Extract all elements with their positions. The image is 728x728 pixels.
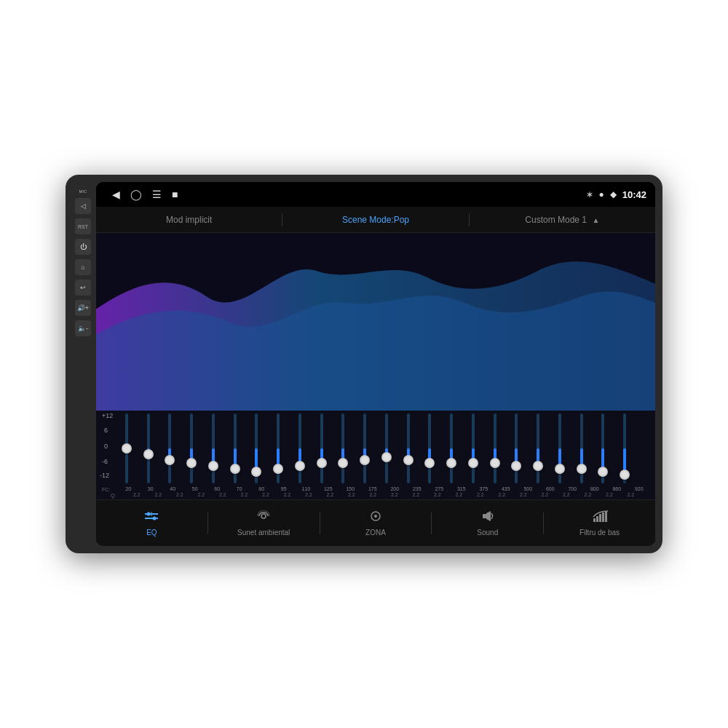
recent-nav-icon[interactable]: ■	[172, 189, 178, 200]
slider-band-20[interactable]	[116, 412, 137, 485]
slider-band-175[interactable]	[355, 412, 375, 485]
freq-label-20: 20	[118, 486, 139, 492]
home-side-button[interactable]: ⌂	[75, 259, 91, 275]
q-label-435: 2.2	[492, 492, 513, 498]
slider-band-315[interactable]	[441, 412, 462, 485]
q-label-110: 2.2	[298, 492, 319, 498]
freq-label-375: 375	[473, 486, 494, 492]
q-label-95: 2.2	[277, 492, 298, 498]
freq-label-70: 70	[229, 486, 250, 492]
return-button[interactable]: ↩	[75, 280, 91, 296]
slider-band-70[interactable]	[225, 412, 245, 485]
ambient-icon	[256, 510, 272, 526]
tab-zona[interactable]: ZONA	[320, 505, 432, 541]
tab-sound[interactable]: Sound	[432, 505, 543, 541]
slider-band-200[interactable]	[376, 412, 397, 485]
sliders-container	[111, 412, 641, 485]
q-label-800: 2.2	[578, 492, 598, 498]
status-bar: ◀ ◯ ☰ ■ ∗ ● ◆ 10:42	[96, 182, 655, 207]
svg-rect-13	[602, 513, 604, 522]
bluetooth-icon: ∗	[586, 189, 593, 199]
tab-ambient[interactable]: Sunet ambiental	[208, 505, 320, 541]
home-nav-icon[interactable]: ◯	[130, 189, 142, 200]
slider-band-235[interactable]	[398, 412, 419, 485]
slider-band-275[interactable]	[420, 412, 440, 485]
custom-mode[interactable]: Custom Mode 1 ▲	[470, 215, 655, 225]
slider-band-500[interactable]	[507, 412, 527, 485]
eq-sliders-section: +12 6 0 -6 -12 FC: 203040506070809511012…	[96, 411, 655, 499]
freq-label-315: 315	[451, 486, 472, 492]
slider-band-125[interactable]	[312, 412, 332, 485]
freq-label-235: 235	[407, 486, 428, 492]
sound-icon	[480, 510, 496, 526]
svg-rect-11	[596, 516, 598, 522]
freq-label-200: 200	[384, 486, 405, 492]
q-label-50: 2.2	[191, 492, 212, 498]
freq-label-110: 110	[296, 486, 317, 492]
q-label-60: 2.2	[213, 492, 233, 498]
q-label-700: 2.2	[556, 492, 577, 498]
slider-band-435[interactable]	[485, 412, 505, 485]
tab-bass[interactable]: Filtru de bas	[544, 505, 655, 541]
db-minus6: -6	[102, 458, 108, 465]
q-label-40: 2.2	[170, 492, 190, 498]
mod-implicit[interactable]: Mod implicit	[96, 215, 282, 225]
vol-down-button[interactable]: 🔈-	[75, 320, 91, 336]
svg-rect-14	[605, 511, 607, 522]
nav-icons: ◀ ◯ ☰ ■	[112, 189, 178, 200]
q-label-30: 2.2	[149, 492, 169, 498]
scene-mode[interactable]: Scene Mode:Pop	[282, 215, 468, 225]
db-6: 6	[104, 427, 108, 434]
back-nav-icon[interactable]: ◀	[112, 189, 120, 200]
zona-icon	[368, 510, 384, 526]
db-minus12: -12	[100, 472, 109, 479]
q-label-920: 2.2	[621, 492, 641, 498]
power-button[interactable]: ⏻	[75, 239, 91, 255]
slider-band-920[interactable]	[614, 412, 635, 485]
eq-icon	[143, 510, 159, 526]
slider-band-40[interactable]	[160, 412, 181, 485]
db-plus12: +12	[102, 412, 113, 419]
tab-sound-label: Sound	[477, 529, 498, 537]
tab-eq[interactable]: EQ	[96, 505, 207, 541]
mode-arrow-icon: ▲	[592, 216, 599, 224]
q-label-175: 2.2	[363, 492, 384, 498]
freq-label-125: 125	[318, 486, 339, 492]
freq-label-700: 700	[562, 486, 583, 492]
slider-band-700[interactable]	[550, 412, 570, 485]
slider-band-800[interactable]	[571, 412, 592, 485]
slider-band-110[interactable]	[290, 412, 310, 485]
q-label-200: 2.2	[384, 492, 405, 498]
status-right: ∗ ● ◆ 10:42	[586, 189, 647, 200]
freq-labels-row: FC: 203040506070809511012515017520023527…	[96, 485, 655, 492]
freq-label-920: 920	[629, 486, 650, 492]
slider-band-60[interactable]	[203, 412, 223, 485]
q-label-275: 2.2	[427, 492, 448, 498]
slider-band-600[interactable]	[528, 412, 548, 485]
slider-band-50[interactable]	[181, 412, 202, 485]
menu-nav-icon[interactable]: ☰	[152, 189, 162, 200]
slider-band-150[interactable]	[333, 412, 354, 485]
side-buttons: MIC ◁ RST ⏻ ⌂ ↩ 🔊+ 🔈-	[73, 182, 96, 546]
freq-label-150: 150	[340, 486, 361, 492]
back-button[interactable]: ◁	[75, 198, 91, 214]
slider-band-30[interactable]	[138, 412, 159, 485]
rst-label-btn: RST	[75, 218, 91, 234]
q-label-125: 2.2	[320, 492, 341, 498]
freq-label-500: 500	[518, 486, 539, 492]
freq-label-435: 435	[496, 486, 517, 492]
tab-zona-label: ZONA	[365, 529, 386, 537]
db-0: 0	[104, 443, 108, 450]
bottom-nav: EQ Sunet ambiental	[96, 499, 655, 546]
mode-bar: Mod implicit Scene Mode:Pop Custom Mode …	[96, 207, 655, 233]
slider-band-95[interactable]	[268, 412, 288, 485]
slider-band-375[interactable]	[463, 412, 483, 485]
freq-label-60: 60	[207, 486, 228, 492]
slider-band-860[interactable]	[593, 412, 614, 485]
slider-band-80[interactable]	[247, 412, 267, 485]
freq-label-175: 175	[363, 486, 384, 492]
clock: 10:42	[622, 189, 646, 200]
tab-eq-label: EQ	[146, 529, 157, 537]
device-frame: MIC ◁ RST ⏻ ⌂ ↩ 🔊+ 🔈- ◀ ◯ ☰ ■ ∗ ● ◆ 10:4…	[66, 175, 662, 553]
vol-up-button[interactable]: 🔊+	[75, 300, 91, 316]
